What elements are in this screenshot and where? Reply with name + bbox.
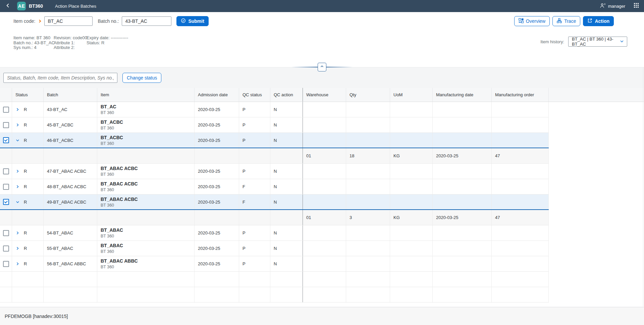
batch-cell <box>44 210 97 225</box>
table-row[interactable]: R 49-BT_ABAC ACBC BT_ABAC ACBC BT 360 20… <box>0 195 549 210</box>
uom-cell <box>390 256 433 271</box>
manufacturing-order-cell <box>492 241 549 256</box>
empty-row <box>0 287 549 303</box>
uom-cell: KG <box>390 148 433 163</box>
action-label: Action <box>595 18 609 24</box>
item-code-input[interactable] <box>44 16 93 26</box>
user-menu[interactable]: manager <box>600 3 625 9</box>
action-button[interactable]: Action <box>583 16 614 26</box>
row-checkbox[interactable] <box>3 168 9 174</box>
column-header[interactable]: UoM <box>390 88 433 102</box>
row-checkbox[interactable] <box>3 184 9 190</box>
table-row[interactable]: R 45-BT_ACBC BT_ACBC BT 360 2020-03-25 P… <box>0 117 549 133</box>
item-history-select[interactable]: BT_AC | BT 360 | 43-BT_AC <box>568 37 627 47</box>
admission-date-cell: 2020-03-25 <box>195 164 239 179</box>
table-header: StatusBatchItemAdmission dateQC statusQC… <box>0 88 644 102</box>
column-header[interactable]: Batch <box>44 88 97 102</box>
collapse-panel-button[interactable] <box>318 63 326 71</box>
qc-status-cell: P <box>239 117 270 132</box>
batch-no-label: Batch no.: <box>98 18 119 24</box>
qc-status-cell <box>239 148 270 163</box>
manufacturing-date-cell <box>433 102 492 117</box>
trace-button[interactable]: Trace <box>552 16 580 26</box>
expand-chevron-icon[interactable] <box>15 184 20 189</box>
qty-cell <box>346 102 390 117</box>
item-description: BT 360 <box>101 110 114 115</box>
admission-date-cell: 2020-03-25 <box>195 117 239 132</box>
checkbox-cell <box>0 272 12 287</box>
app-switcher-button[interactable] <box>634 3 639 9</box>
change-status-button[interactable]: Change status <box>122 73 161 83</box>
row-checkbox[interactable] <box>3 107 9 113</box>
table-row[interactable]: R 56-BT_ABAC ABBC BT_ABAC ABBC BT 360 20… <box>0 256 549 272</box>
expand-chevron-icon[interactable] <box>15 138 20 143</box>
batch-cell: 49-BT_ABAC ACBC <box>44 195 97 209</box>
expand-chevron-icon[interactable] <box>15 200 20 204</box>
detail-row: 01 18 KG 2020-03-25 47 <box>0 148 549 164</box>
table-row[interactable]: R 55-BT_ABAC BT_ABAC BT 360 2020-03-25 P… <box>0 241 549 256</box>
qc-status-cell: P <box>239 133 270 148</box>
table-row[interactable]: R 46-BT_ACBC BT_ACBC BT 360 2020-03-25 P… <box>0 133 549 148</box>
column-header[interactable]: Admission date <box>195 88 239 102</box>
manufacturing-date-cell <box>433 117 492 132</box>
qty-cell <box>346 133 390 148</box>
status-value: R <box>24 107 27 112</box>
qty-cell <box>346 195 390 209</box>
row-checkbox[interactable] <box>3 137 9 143</box>
column-header[interactable]: QC status <box>239 88 270 102</box>
row-checkbox[interactable] <box>3 246 9 252</box>
expand-chevron-icon[interactable] <box>15 169 20 173</box>
manufacturing-order-cell <box>492 133 549 148</box>
table-row[interactable]: R 54-BT_ABAC BT_ABAC BT 360 2020-03-25 P… <box>0 225 549 241</box>
admission-date-cell: 2020-03-25 <box>195 179 239 194</box>
batch-no-input[interactable] <box>122 16 171 26</box>
status-value: R <box>24 122 27 127</box>
manufacturing-order-cell <box>492 164 549 179</box>
info-column-2: Revision: code00 Attribute 1: Attribute … <box>54 36 87 67</box>
column-header[interactable]: Status <box>12 88 44 102</box>
expand-chevron-icon[interactable] <box>15 123 20 127</box>
app-acronym: BT360 <box>29 3 43 9</box>
column-header[interactable]: Warehouse <box>303 88 346 102</box>
expand-chevron-icon[interactable] <box>15 246 20 251</box>
search-input[interactable] <box>3 73 117 83</box>
row-checkbox[interactable] <box>3 199 9 205</box>
toolbar: Item code: Batch no.: Submit <box>0 12 644 30</box>
app-logo[interactable]: AE <box>17 2 26 10</box>
table-row[interactable]: R 47-BT_ABAC ACBC BT_ABAC ACBC BT 360 20… <box>0 164 549 179</box>
overview-button[interactable]: Overview <box>514 16 550 26</box>
checkbox-cell <box>0 102 12 117</box>
item-code-label: Item code: <box>13 18 35 24</box>
manufacturing-date-cell <box>433 179 492 194</box>
batches-table: StatusBatchItemAdmission dateQC statusQC… <box>0 88 644 303</box>
table-row[interactable]: R 48-BT_ABAC ACBC BT_ABAC ACBC BT 360 20… <box>0 179 549 195</box>
expand-chevron-icon[interactable] <box>15 231 20 235</box>
checkbox-cell <box>0 164 12 179</box>
item-code: BT_ABAC ACBC <box>101 181 138 186</box>
scrollbar-track[interactable] <box>643 67 643 307</box>
back-button[interactable] <box>5 3 10 9</box>
column-header[interactable]: Item <box>97 88 195 102</box>
column-header[interactable]: Manufacturing date <box>433 88 492 102</box>
check-circle-icon <box>181 18 186 24</box>
column-header[interactable]: Manufacturing order <box>492 88 549 102</box>
row-checkbox[interactable] <box>3 230 9 236</box>
qty-cell <box>346 117 390 132</box>
batch-cell: 43-BT_AC <box>44 102 97 117</box>
row-checkbox[interactable] <box>3 261 9 267</box>
item-cell <box>97 272 195 287</box>
manufacturing-date-cell <box>433 133 492 148</box>
expand-chevron-icon[interactable] <box>15 262 20 266</box>
select-all-header-cell[interactable] <box>0 88 12 102</box>
expand-chevron-icon[interactable] <box>15 107 20 112</box>
manufacturing-date-cell <box>433 256 492 271</box>
row-checkbox[interactable] <box>3 122 9 128</box>
table-row[interactable]: R 43-BT_AC BT_AC BT 360 2020-03-25 P N <box>0 102 549 117</box>
submit-button[interactable]: Submit <box>176 16 208 26</box>
item-cell <box>97 287 195 302</box>
column-header[interactable]: Qty <box>346 88 390 102</box>
qc-status-cell: F <box>239 179 270 194</box>
batch-cell: 55-BT_ABAC <box>44 241 97 256</box>
column-header[interactable]: QC action <box>270 88 303 102</box>
qc-action-cell: N <box>270 164 303 179</box>
